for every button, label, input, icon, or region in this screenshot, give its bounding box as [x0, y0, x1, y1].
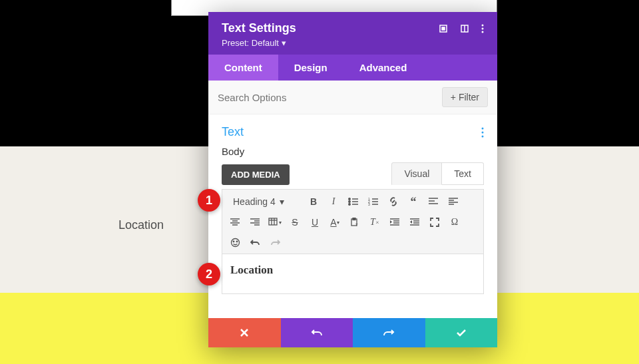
expand-icon[interactable] [439, 24, 448, 33]
align-left-icon[interactable] [426, 194, 441, 209]
align-center-icon[interactable] [228, 215, 242, 230]
editor-tabs: Visual Text [391, 162, 484, 185]
editor-content[interactable]: Location [222, 254, 484, 294]
search-row: + Filter [208, 81, 497, 114]
cancel-button[interactable] [208, 318, 281, 347]
link-icon[interactable] [386, 194, 401, 209]
panel-header: Text Settings Preset: Default ▾ [208, 12, 497, 55]
add-media-button[interactable]: ADD MEDIA [222, 164, 290, 185]
chevron-down-icon: ▾ [280, 196, 284, 207]
more-icon[interactable] [481, 24, 484, 33]
panel-preset[interactable]: Preset: Default ▾ [222, 38, 296, 48]
tab-advanced[interactable]: Advanced [343, 55, 423, 81]
callout-1: 1 [198, 189, 220, 212]
panel-title: Text Settings [222, 21, 296, 35]
svg-point-8 [482, 131, 484, 133]
search-input[interactable] [218, 92, 351, 103]
callout-2: 2 [198, 263, 220, 285]
paste-icon[interactable]: T [347, 215, 362, 230]
section-title[interactable]: Text [222, 125, 244, 139]
align-right-icon[interactable] [248, 215, 262, 230]
panel-tabs: Content Design Advanced [208, 55, 497, 81]
table-icon[interactable]: ▾ [268, 215, 282, 230]
svg-point-4 [482, 25, 484, 27]
underline-icon[interactable]: U [308, 215, 322, 230]
editor-toolbar: Heading 4 ▾ B I 123 “ ▾ S U A ▾ T T× Ω [222, 189, 484, 254]
bottom-bar [208, 318, 497, 347]
svg-point-53 [233, 241, 234, 242]
emoji-icon[interactable] [228, 235, 242, 250]
undo-button[interactable] [281, 318, 353, 347]
svg-rect-42 [353, 218, 355, 220]
align-left2-icon[interactable] [446, 194, 461, 209]
body-area: Body ADD MEDIA Visual Text Heading 4 ▾ B… [208, 142, 497, 305]
svg-rect-1 [442, 27, 445, 30]
save-button[interactable] [425, 318, 498, 347]
italic-icon[interactable]: I [326, 194, 341, 209]
svg-point-52 [231, 238, 239, 246]
svg-point-9 [482, 135, 484, 137]
section-more-icon[interactable] [481, 127, 484, 138]
tab-design[interactable]: Design [278, 55, 343, 81]
undo-icon[interactable] [248, 235, 262, 250]
svg-point-5 [482, 28, 484, 30]
svg-point-54 [236, 241, 238, 242]
outdent-icon[interactable] [407, 215, 422, 230]
strikethrough-icon[interactable]: S [288, 215, 302, 230]
panel-header-icons [439, 24, 484, 33]
redo-icon[interactable] [268, 235, 282, 250]
page-location-heading: Location [118, 218, 164, 232]
bullet-list-icon[interactable] [346, 194, 361, 209]
bold-icon[interactable]: B [306, 194, 321, 209]
body-label: Body [222, 146, 484, 157]
text-settings-panel: Text Settings Preset: Default ▾ Content … [208, 12, 497, 347]
svg-text:3: 3 [368, 202, 370, 206]
media-tabs-row: ADD MEDIA Visual Text [222, 162, 484, 185]
svg-point-7 [482, 127, 484, 129]
layout-icon[interactable] [460, 24, 469, 33]
svg-point-12 [349, 201, 350, 202]
text-color-icon[interactable]: A ▾ [327, 215, 342, 230]
section-header: Text [208, 114, 497, 142]
tab-content[interactable]: Content [208, 55, 278, 81]
editor-tab-text[interactable]: Text [442, 162, 484, 185]
svg-point-10 [349, 198, 350, 200]
fullscreen-icon[interactable] [427, 215, 442, 230]
svg-point-6 [482, 31, 484, 33]
svg-text:T: T [355, 223, 358, 227]
format-select[interactable]: Heading 4 ▾ [228, 194, 301, 210]
clear-format-icon[interactable]: T× [367, 215, 382, 230]
redo-button[interactable] [353, 318, 425, 347]
indent-icon[interactable] [387, 215, 402, 230]
numbered-list-icon[interactable]: 123 [366, 194, 381, 209]
special-char-icon[interactable]: Ω [447, 215, 462, 230]
svg-rect-37 [269, 218, 277, 225]
svg-point-14 [349, 204, 350, 205]
editor-tab-visual[interactable]: Visual [391, 162, 442, 185]
filter-button[interactable]: + Filter [442, 87, 488, 107]
quote-icon[interactable]: “ [406, 194, 421, 209]
